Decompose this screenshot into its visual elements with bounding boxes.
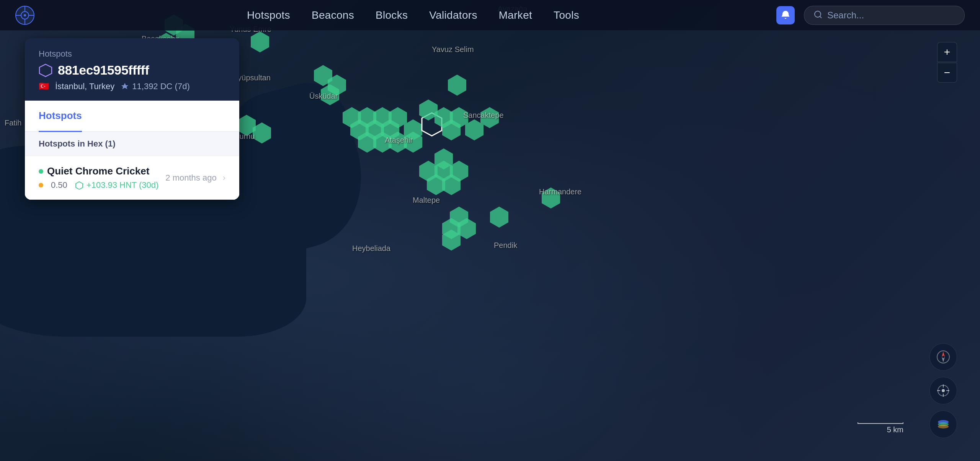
hotspot-name: Quiet Chrome Cricket xyxy=(47,165,149,177)
panel-breadcrumb: Hotspots xyxy=(39,49,225,59)
svg-point-16 xyxy=(942,389,945,392)
hotspot-name-row: Quiet Chrome Cricket xyxy=(39,165,165,177)
compass-button[interactable] xyxy=(929,343,957,371)
layers-button[interactable] xyxy=(929,411,957,438)
online-indicator xyxy=(39,169,43,174)
nav-hotspots[interactable]: Hotspots xyxy=(247,9,290,21)
location-button[interactable] xyxy=(929,377,957,404)
hnt-icon xyxy=(75,181,83,189)
panel-content: Hotspots in Hex (1) Quiet Chrome Cricket… xyxy=(25,132,239,200)
scale-line xyxy=(858,422,903,424)
svg-point-8 xyxy=(815,11,821,17)
nav-tools[interactable]: Tools xyxy=(554,9,579,21)
panel-header: Hotspots 881ec91595fffff 🇹🇷 İstanbul, Tu… xyxy=(25,38,239,101)
nav-blocks[interactable]: Blocks xyxy=(376,9,408,21)
nav-links: Hotspots Beacons Blocks Validators Marke… xyxy=(50,9,776,21)
side-panel: Hotspots 881ec91595fffff 🇹🇷 İstanbul, Tu… xyxy=(25,38,239,200)
chevron-right-icon: › xyxy=(223,173,225,183)
zoom-in-button[interactable]: + xyxy=(937,42,957,62)
hnt-value: +103.93 HNT (30d) xyxy=(87,180,159,190)
score-value: 0.50 xyxy=(51,180,67,190)
map-controls-bottom xyxy=(929,343,957,438)
search-bar[interactable]: Search... xyxy=(804,6,965,25)
zoom-controls: + − xyxy=(937,42,957,83)
panel-tabs: Hotspots xyxy=(25,101,239,132)
hotspot-stats: 0.50 +103.93 HNT (30d) xyxy=(39,180,165,190)
svg-marker-10 xyxy=(39,64,52,77)
panel-meta: 🇹🇷 İstanbul, Turkey 11,392 DC (7d) xyxy=(39,81,225,91)
dc-icon xyxy=(121,82,129,91)
breadcrumb-label: Hotspots xyxy=(39,49,72,59)
logo[interactable] xyxy=(15,6,34,25)
scale-bar: 5 km xyxy=(858,422,903,434)
hotspot-info: Quiet Chrome Cricket 0.50 +103.93 HNT (3… xyxy=(39,165,165,190)
search-input[interactable]: Search... xyxy=(827,10,955,21)
svg-marker-14 xyxy=(942,357,945,362)
notification-button[interactable] xyxy=(776,6,795,24)
hex-id-icon xyxy=(39,64,52,77)
svg-marker-11 xyxy=(76,182,83,189)
tab-hotspots[interactable]: Hotspots xyxy=(39,101,82,132)
location-text: İstanbul, Turkey xyxy=(55,81,114,91)
navbar: Hotspots Beacons Blocks Validators Marke… xyxy=(0,0,980,31)
zoom-out-button[interactable]: − xyxy=(937,63,957,83)
dc-value: 11,392 DC (7d) xyxy=(132,81,189,91)
score-dot xyxy=(39,183,43,187)
svg-point-3 xyxy=(24,14,26,16)
nav-market[interactable]: Market xyxy=(499,9,532,21)
svg-marker-13 xyxy=(942,352,945,357)
nav-beacons[interactable]: Beacons xyxy=(312,9,354,21)
country-flag: 🇹🇷 xyxy=(39,81,49,91)
nav-validators[interactable]: Validators xyxy=(429,9,477,21)
hnt-reward: +103.93 HNT (30d) xyxy=(75,180,159,190)
dc-badge: 11,392 DC (7d) xyxy=(121,81,189,91)
search-icon xyxy=(813,10,823,21)
panel-title-row: 881ec91595fffff xyxy=(39,63,225,78)
svg-line-9 xyxy=(820,16,822,18)
hotspot-item[interactable]: Quiet Chrome Cricket 0.50 +103.93 HNT (3… xyxy=(25,156,239,200)
hotspot-last-seen: 2 months ago xyxy=(165,173,216,183)
list-section-header: Hotspots in Hex (1) xyxy=(25,132,239,156)
svg-point-23 xyxy=(938,425,949,428)
scale-label: 5 km xyxy=(887,425,903,434)
hex-id-text: 881ec91595fffff xyxy=(58,63,149,78)
